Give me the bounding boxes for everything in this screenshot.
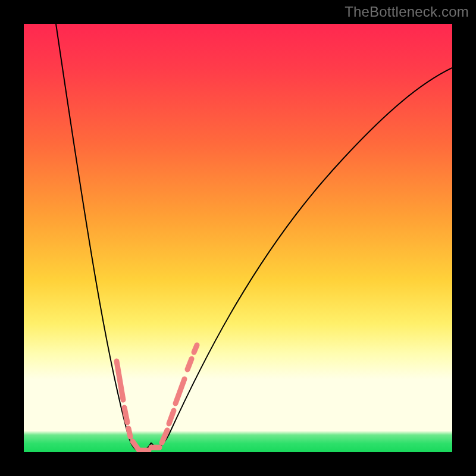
watermark-text: TheBottleneck.com	[345, 4, 469, 20]
heatmap-gradient-background	[24, 24, 452, 452]
chart-frame: TheBottleneck.com	[0, 0, 476, 476]
